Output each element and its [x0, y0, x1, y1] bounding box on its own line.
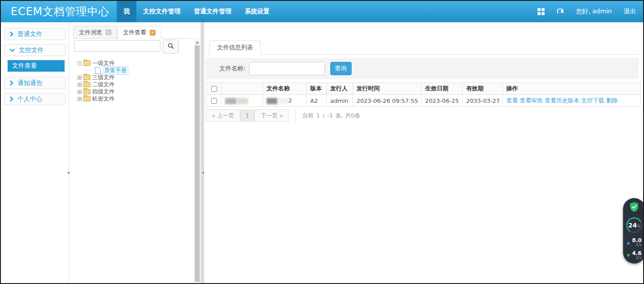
- usage-ring: 24%: [625, 216, 643, 234]
- expand-node-icon[interactable]: +: [78, 90, 82, 94]
- prev-page-button[interactable]: « 上一页: [206, 110, 240, 122]
- redacted-block: [225, 98, 237, 104]
- upload-speed: 8.0 K/s: [627, 238, 641, 247]
- panel-splitter[interactable]: [201, 22, 204, 283]
- collapse-node-icon[interactable]: -: [78, 61, 82, 65]
- document-icon: [95, 67, 101, 74]
- folder-tree: - 一级文件 质量手册 + 三级文件 + 二级文件 + 四级文件 + 机密文件: [78, 60, 128, 102]
- nav-item-system-settings[interactable]: 系统设置: [238, 1, 276, 22]
- select-all-checkbox[interactable]: [211, 86, 217, 92]
- tree-node-level4[interactable]: + 四级文件: [78, 88, 128, 95]
- sidebar-item-personal-center[interactable]: 个人中心: [4, 93, 66, 105]
- action-download-link[interactable]: 文控下载: [581, 97, 604, 104]
- tree-panel: 文件浏览 × 文件查看 × - 一级文件 质量手册 + 三级文件 +: [70, 22, 201, 283]
- close-icon[interactable]: ×: [150, 30, 156, 36]
- pagination: « 上一页 1 下一页 » 当前 1 / -1 条, 共0条: [206, 110, 361, 122]
- current-page-button[interactable]: 1: [240, 110, 254, 122]
- file-name-input[interactable]: [249, 62, 325, 75]
- filter-bar: 文件名称: 查询: [206, 58, 639, 79]
- tree-search-button[interactable]: [163, 40, 179, 53]
- cell-version: A2: [307, 95, 327, 107]
- column-header-issuer: 发行人: [327, 83, 353, 95]
- close-icon[interactable]: ×: [106, 29, 111, 35]
- tree-search-input[interactable]: [74, 40, 160, 52]
- nav-item-normal-doc-mgmt[interactable]: 普通文件管理: [187, 1, 238, 22]
- expand-node-icon[interactable]: +: [78, 76, 82, 80]
- nav-item-controlled-doc-mgmt[interactable]: 文控文件管理: [136, 1, 187, 22]
- column-header-issue-time: 发行时间: [353, 83, 422, 95]
- column-header-actions: 操作: [503, 83, 640, 95]
- action-view-history-link[interactable]: 查看历史版本: [545, 97, 579, 104]
- tree-node-level3[interactable]: + 三级文件: [78, 74, 128, 81]
- column-header-version: 版本: [307, 83, 327, 95]
- chevron-down-icon: [10, 49, 15, 52]
- content-tab-strip: 文件信息列表: [206, 41, 639, 55]
- folder-open-icon: [83, 61, 90, 66]
- tree-scrollbar[interactable]: ▲: [194, 39, 200, 283]
- tab-file-browse[interactable]: 文件浏览 ×: [73, 26, 117, 38]
- cell-valid-until: 2033-03-27: [463, 95, 503, 107]
- file-info-table: 文件名称 版本 发行人 发行时间 生效日期 有效期 操作 2 A2 admin: [206, 82, 640, 107]
- sidebar-item-controlled-files[interactable]: 文控文件: [4, 44, 66, 56]
- file-name-label: 文件名称:: [219, 65, 246, 73]
- action-view-link[interactable]: 查看: [506, 97, 518, 104]
- column-header-redacted: [222, 83, 263, 95]
- sidebar-item-normal-files[interactable]: 普通文件: [4, 28, 66, 40]
- main-menu: 我 文控文件管理 普通文件管理 系统设置: [117, 1, 276, 22]
- download-arrow-icon: [627, 254, 630, 257]
- column-header-effective-date: 生效日期: [422, 83, 463, 95]
- chevron-right-icon: [10, 97, 13, 101]
- sidebar-item-notices[interactable]: 通知通告: [4, 77, 66, 89]
- redacted-block: [267, 98, 278, 104]
- scroll-up-icon[interactable]: ▲: [194, 39, 200, 45]
- tab-file-view[interactable]: 文件查看 ×: [117, 26, 161, 39]
- apps-grid-icon[interactable]: [537, 8, 545, 15]
- row-checkbox[interactable]: [211, 98, 217, 104]
- content-panel: 文件信息列表 文件名称: 查询 文件名称 版本 发行人 发行时间 生效日期 有效…: [204, 22, 643, 283]
- nav-item-me[interactable]: 我: [117, 1, 136, 22]
- cell-file-name: 2: [263, 95, 307, 107]
- usage-percent: 24: [628, 222, 636, 229]
- book-icon[interactable]: [556, 8, 564, 16]
- sidebar: 普通文件 文控文件 文件查看 通知通告 个人中心: [1, 22, 69, 283]
- chevron-right-icon: [10, 81, 13, 85]
- chevron-right-icon: [10, 32, 13, 37]
- redacted-block: [278, 98, 288, 104]
- next-page-button[interactable]: 下一页 »: [254, 110, 289, 122]
- tree-node-confidential[interactable]: + 机密文件: [78, 95, 128, 102]
- tree-node-quality-manual[interactable]: 质量手册: [84, 67, 128, 74]
- logout-button[interactable]: 退出: [623, 8, 636, 16]
- action-view-approval-link[interactable]: 查看审批: [520, 97, 543, 104]
- shield-check-icon: [629, 202, 639, 214]
- tree-node-level2[interactable]: + 二级文件: [78, 81, 128, 88]
- cell-redacted: [222, 95, 263, 107]
- cell-issuer: admin: [327, 95, 353, 107]
- total-pages-number: -1: [327, 112, 333, 119]
- workspace-tabs: 文件浏览 × 文件查看 ×: [73, 26, 194, 39]
- greeting-text: 您好, admin: [576, 8, 612, 16]
- sidebar-item-file-view[interactable]: 文件查看: [8, 60, 65, 72]
- redacted-block: [237, 98, 248, 104]
- folder-icon: [83, 96, 90, 101]
- scrollbar-thumb[interactable]: [195, 45, 200, 282]
- folder-icon: [83, 75, 90, 80]
- top-navbar: ECEM文档管理中心 我 文控文件管理 普通文件管理 系统设置 您好, admi…: [1, 1, 643, 22]
- cell-effective-date: 2023-06-25: [422, 95, 463, 107]
- download-speed: 4.6 K/s: [627, 251, 641, 260]
- cell-issue-time: 2023-06-26 09:57:55: [353, 95, 422, 107]
- query-button[interactable]: 查询: [330, 62, 352, 75]
- upload-arrow-icon: [627, 241, 630, 244]
- pagination-summary: 当前 1 / -1 条, 共0条: [295, 110, 360, 121]
- table-row: 2 A2 admin 2023-06-26 09:57:55 2023-06-2…: [206, 95, 640, 107]
- cell-actions: 查看查看审批查看历史版本文控下载删除: [503, 95, 640, 107]
- app-title: ECEM文档管理中心: [1, 1, 117, 22]
- current-page-number: 1: [316, 112, 320, 119]
- folder-icon: [83, 82, 90, 87]
- speed-monitor-widget[interactable]: 24% 8.0 K/s 4.6 K/s: [623, 198, 644, 264]
- column-header-file-name: 文件名称: [263, 83, 307, 95]
- expand-node-icon[interactable]: +: [78, 83, 82, 87]
- tab-file-info-list[interactable]: 文件信息列表: [209, 41, 261, 55]
- column-header-valid-until: 有效期: [463, 83, 503, 95]
- expand-node-icon[interactable]: +: [78, 97, 82, 101]
- action-delete-link[interactable]: 删除: [606, 97, 618, 104]
